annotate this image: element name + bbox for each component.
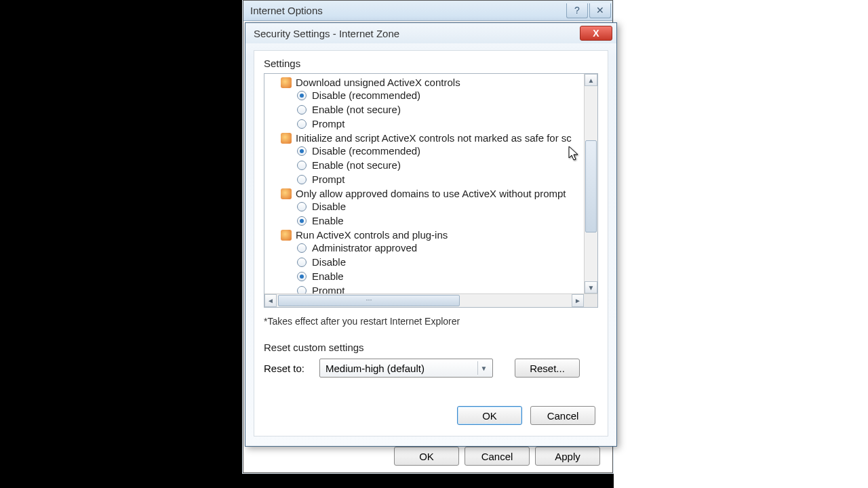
setting-group-header: Download unsigned ActiveX controls (281, 77, 584, 88)
hscroll-thumb[interactable]: ··· (278, 295, 460, 306)
setting-group-label: Run ActiveX controls and plug-ins (296, 229, 448, 241)
radio-option[interactable]: Enable (not secure) (281, 158, 584, 172)
radio-label: Administrator approved (312, 241, 417, 255)
radio-option[interactable]: Disable (281, 255, 584, 269)
radio-label: Prompt (312, 172, 344, 186)
radio-icon[interactable] (297, 105, 307, 115)
radio-icon[interactable] (297, 272, 307, 281)
radio-icon[interactable] (297, 202, 307, 211)
radio-label: Enable (312, 269, 344, 283)
scroll-down-arrow[interactable]: ▼ (585, 281, 597, 293)
setting-group: Run ActiveX controls and plug-insAdminis… (281, 229, 584, 293)
radio-option[interactable]: Enable (281, 214, 584, 228)
activex-icon (281, 77, 292, 88)
parent-ok-button[interactable]: OK (394, 447, 459, 466)
scroll-left-arrow[interactable]: ◄ (264, 294, 277, 307)
setting-group-header: Initialize and script ActiveX controls n… (281, 132, 584, 144)
chevron-down-icon[interactable]: ▼ (477, 361, 490, 375)
reset-button[interactable]: Reset... (515, 359, 580, 378)
scroll-right-arrow[interactable]: ► (572, 294, 584, 307)
security-settings-dialog: Security Settings - Internet Zone X Sett… (245, 22, 617, 447)
radio-icon[interactable] (297, 175, 307, 184)
horizontal-scrollbar[interactable]: ◄ ··· ► (264, 293, 597, 307)
scroll-thumb[interactable] (585, 140, 597, 232)
restart-note: *Takes effect after you restart Internet… (264, 316, 598, 327)
reset-level-combobox[interactable]: Medium-high (default) ▼ (319, 359, 493, 378)
scroll-corner (584, 294, 597, 307)
radio-icon[interactable] (297, 161, 307, 170)
setting-group-label: Initialize and script ActiveX controls n… (296, 132, 572, 144)
ok-button[interactable]: OK (457, 406, 522, 425)
parent-apply-button[interactable]: Apply (535, 447, 600, 466)
radio-icon[interactable] (297, 216, 307, 226)
radio-label: Disable (recommended) (312, 144, 420, 158)
radio-label: Prompt (312, 283, 344, 293)
help-button[interactable]: ? (566, 3, 588, 18)
radio-option[interactable]: Disable (recommended) (281, 88, 584, 102)
radio-label: Enable (312, 214, 344, 228)
setting-group-header: Run ActiveX controls and plug-ins (281, 229, 584, 241)
cancel-button[interactable]: Cancel (530, 406, 595, 425)
scroll-up-arrow[interactable]: ▲ (585, 74, 597, 86)
radio-icon[interactable] (297, 91, 307, 100)
settings-listbox: Download unsigned ActiveX controlsDisabl… (264, 73, 598, 308)
internet-options-titlebar: Internet Options ? ✕ (243, 1, 612, 21)
radio-option[interactable]: Disable (281, 199, 584, 214)
radio-icon[interactable] (297, 146, 307, 156)
activex-icon (281, 188, 292, 199)
radio-label: Disable (312, 199, 346, 214)
activex-icon (281, 230, 292, 241)
radio-icon[interactable] (297, 119, 307, 129)
radio-label: Prompt (312, 117, 344, 131)
radio-option[interactable]: Prompt (281, 283, 584, 293)
activex-icon (281, 133, 292, 144)
radio-option[interactable]: Prompt (281, 172, 584, 186)
setting-group-label: Download unsigned ActiveX controls (296, 77, 460, 88)
radio-label: Disable (312, 255, 346, 269)
radio-option[interactable]: Enable (not secure) (281, 102, 584, 117)
radio-icon[interactable] (297, 258, 307, 267)
radio-label: Disable (recommended) (312, 88, 420, 102)
radio-option[interactable]: Prompt (281, 117, 584, 131)
parent-cancel-button[interactable]: Cancel (465, 447, 530, 466)
close-button[interactable]: ✕ (589, 3, 611, 18)
setting-group: Initialize and script ActiveX controls n… (281, 132, 584, 186)
dialog-title: Security Settings - Internet Zone (254, 28, 399, 39)
radio-icon[interactable] (297, 286, 307, 294)
reset-to-label: Reset to: (264, 363, 313, 374)
radio-option[interactable]: Enable (281, 269, 584, 283)
radio-icon[interactable] (297, 243, 307, 253)
reset-section-label: Reset custom settings (264, 342, 598, 353)
radio-option[interactable]: Disable (recommended) (281, 144, 584, 158)
mouse-cursor (568, 146, 580, 162)
dialog-titlebar: Security Settings - Internet Zone X (245, 23, 616, 43)
background-page: Ice Suggested Sites ▼ Get More Add-ons S… (614, 0, 868, 488)
setting-group: Download unsigned ActiveX controlsDisabl… (281, 77, 584, 131)
settings-tree[interactable]: Download unsigned ActiveX controlsDisabl… (264, 74, 584, 293)
settings-label: Settings (264, 58, 598, 69)
setting-group: Only allow approved domains to use Activ… (281, 188, 584, 228)
reset-level-value: Medium-high (default) (326, 363, 425, 374)
radio-label: Enable (not secure) (312, 158, 401, 172)
setting-group-label: Only allow approved domains to use Activ… (296, 188, 566, 199)
setting-group-header: Only allow approved domains to use Activ… (281, 188, 584, 199)
vertical-scrollbar[interactable]: ▲ ▼ (584, 74, 597, 293)
internet-options-title: Internet Options (250, 5, 323, 16)
radio-option[interactable]: Administrator approved (281, 241, 584, 255)
radio-label: Enable (not secure) (312, 102, 401, 117)
dialog-close-button[interactable]: X (580, 26, 612, 41)
